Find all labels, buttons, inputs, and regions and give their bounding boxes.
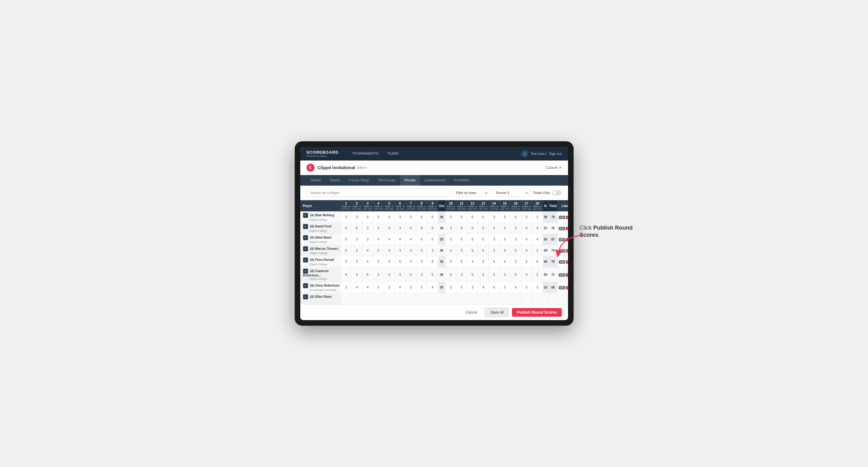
score-back-15[interactable]: 5 — [500, 212, 510, 223]
score-back-18[interactable]: 3 — [532, 282, 542, 293]
score-back-10[interactable]: 5 — [445, 256, 456, 268]
score-front-6[interactable] — [395, 293, 405, 304]
score-back-14[interactable]: 5 — [489, 256, 500, 268]
tab-course-setup[interactable]: Course Setup — [344, 175, 374, 186]
score-back-14[interactable]: 3 — [489, 223, 500, 234]
score-back-14[interactable]: 3 — [489, 245, 500, 256]
tab-leaderboards[interactable]: Leaderboards — [420, 175, 450, 186]
score-front-5[interactable]: 4 — [384, 245, 395, 256]
score-front-6[interactable]: 3 — [395, 245, 405, 256]
score-back-14[interactable]: 3 — [489, 234, 500, 245]
score-back-18[interactable]: 4 — [532, 234, 542, 245]
score-front-5[interactable]: 3 — [384, 256, 395, 268]
wd-badge[interactable]: WD — [559, 227, 565, 230]
score-back-10[interactable]: 3 — [445, 212, 456, 223]
score-front-6[interactable]: 3 — [395, 223, 405, 234]
score-back-12[interactable]: 5 — [467, 245, 478, 256]
score-back-13[interactable]: 5 — [478, 234, 489, 245]
score-front-2[interactable]: 3 — [351, 234, 362, 245]
score-back-12[interactable]: 4 — [467, 256, 478, 268]
score-back-10[interactable]: 3 — [445, 282, 456, 293]
score-back-14[interactable]: 3 — [489, 268, 500, 282]
filter-team-select[interactable]: Filter by team — [453, 189, 490, 197]
score-back-15[interactable]: 4 — [500, 256, 510, 268]
score-front-3[interactable]: 5 — [362, 268, 373, 282]
score-back-15[interactable]: 4 — [500, 245, 510, 256]
score-back-11[interactable]: 5 — [456, 223, 467, 234]
score-back-17[interactable]: 4 — [521, 223, 532, 234]
nav-teams[interactable]: TEAMS — [383, 147, 403, 160]
score-back-15[interactable]: 3 — [500, 282, 510, 293]
score-back-10[interactable]: 3 — [445, 234, 456, 245]
score-back-17[interactable] — [521, 293, 532, 304]
score-front-7[interactable]: 4 — [405, 256, 416, 268]
dq-badge[interactable]: DQ — [566, 273, 568, 277]
dq-badge[interactable]: DQ — [566, 286, 568, 289]
score-front-1[interactable]: 3 — [341, 256, 351, 268]
score-back-11[interactable]: 5 — [456, 256, 467, 268]
wd-badge[interactable]: WD — [559, 273, 565, 277]
score-back-13[interactable]: 4 — [478, 282, 489, 293]
score-back-17[interactable]: 4 — [521, 245, 532, 256]
score-front-2[interactable]: 6 — [351, 223, 362, 234]
score-back-17[interactable]: 4 — [521, 234, 532, 245]
score-front-3[interactable]: 4 — [362, 282, 373, 293]
score-back-17[interactable]: 5 — [521, 256, 532, 268]
score-back-10[interactable]: 6 — [445, 268, 456, 282]
score-front-8[interactable] — [416, 293, 427, 304]
score-back-17[interactable]: 4 — [521, 268, 532, 282]
score-back-17[interactable]: 3 — [521, 282, 532, 293]
score-back-12[interactable] — [467, 293, 478, 304]
score-back-16[interactable]: 3 — [510, 234, 521, 245]
score-back-11[interactable] — [456, 293, 467, 304]
score-front-8[interactable]: 6 — [416, 212, 427, 223]
score-front-4[interactable]: 4 — [373, 234, 384, 245]
score-back-11[interactable]: 5 — [456, 245, 467, 256]
score-back-12[interactable]: 5 — [467, 234, 478, 245]
score-back-16[interactable]: 3 — [510, 223, 521, 234]
score-front-3[interactable]: 3 — [362, 223, 373, 234]
score-front-5[interactable]: 4 — [384, 268, 395, 282]
score-front-7[interactable]: 4 — [405, 234, 416, 245]
score-back-16[interactable]: 3 — [510, 256, 521, 268]
score-front-4[interactable]: 3 — [373, 223, 384, 234]
wd-badge[interactable]: WD — [559, 260, 565, 264]
save-all-button[interactable]: Save All — [485, 308, 509, 317]
score-front-5[interactable]: 4 — [384, 234, 395, 245]
score-back-13[interactable]: 3 — [478, 256, 489, 268]
nav-tournaments[interactable]: TOURNAMENTS — [348, 147, 383, 160]
score-back-12[interactable]: 5 — [467, 223, 478, 234]
score-front-9[interactable]: 5 — [427, 256, 438, 268]
score-back-16[interactable]: 4 — [510, 282, 521, 293]
score-back-14[interactable]: 3 — [489, 212, 500, 223]
score-front-1[interactable]: 5 — [341, 245, 351, 256]
score-front-7[interactable]: 4 — [405, 245, 416, 256]
score-back-13[interactable] — [478, 293, 489, 304]
score-back-13[interactable]: 5 — [478, 212, 489, 223]
score-back-18[interactable] — [532, 293, 542, 304]
score-front-3[interactable]: 4 — [362, 245, 373, 256]
score-back-18[interactable]: 3 — [532, 245, 542, 256]
score-front-2[interactable]: 4 — [351, 268, 362, 282]
score-front-5[interactable]: 4 — [384, 223, 395, 234]
score-front-8[interactable]: 5 — [416, 282, 427, 293]
score-front-1[interactable] — [341, 293, 351, 304]
score-front-8[interactable]: 6 — [416, 223, 427, 234]
dq-badge[interactable]: DQ — [566, 227, 568, 230]
score-back-10[interactable]: 4 — [445, 245, 456, 256]
score-front-4[interactable] — [373, 293, 384, 304]
score-back-15[interactable]: 5 — [500, 223, 510, 234]
score-front-8[interactable]: 6 — [416, 234, 427, 245]
score-front-8[interactable]: 3 — [416, 256, 427, 268]
score-front-1[interactable]: 3 — [341, 212, 351, 223]
score-front-9[interactable]: 4 — [427, 282, 438, 293]
score-back-15[interactable] — [500, 293, 510, 304]
score-back-15[interactable]: 3 — [500, 268, 510, 282]
footer-cancel-button[interactable]: Cancel — [461, 308, 482, 317]
score-front-6[interactable]: 5 — [395, 256, 405, 268]
score-front-2[interactable] — [351, 293, 362, 304]
score-back-14[interactable] — [489, 293, 500, 304]
score-back-16[interactable]: 6 — [510, 212, 521, 223]
score-back-12[interactable]: 3 — [467, 282, 478, 293]
score-front-7[interactable] — [405, 293, 416, 304]
